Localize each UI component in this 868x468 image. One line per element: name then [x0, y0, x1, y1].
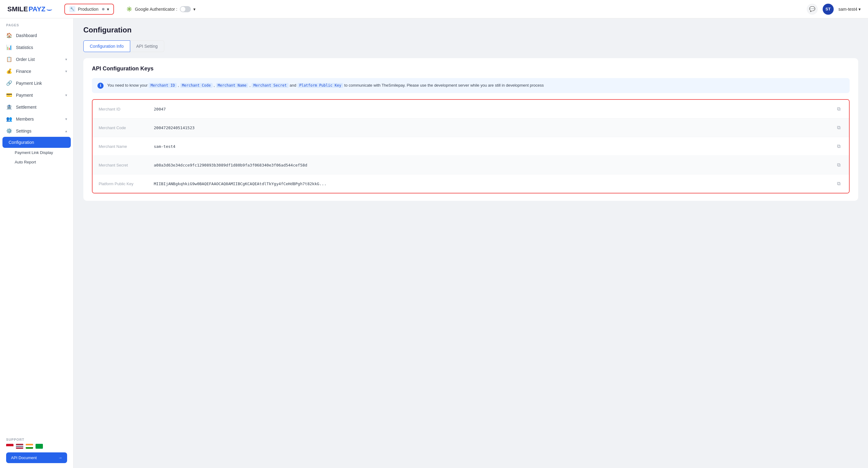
tab-api-setting[interactable]: API Setting	[130, 40, 164, 52]
sidebar-sub-label: Configuration	[8, 140, 34, 145]
avatar: ST	[823, 4, 834, 15]
google-auth-section: ✳️ Google Authenticator :	[126, 6, 195, 12]
config-row-merchant-secret: Merchant Secret a08a3d63e34dcce9fc129089…	[93, 156, 849, 174]
sidebar-item-settings[interactable]: ⚙️ Settings ▴	[0, 125, 73, 137]
chevron-up-icon: ▴	[65, 129, 67, 133]
flag-row	[6, 444, 67, 449]
sidebar-item-settlement[interactable]: 🏦 Settlement	[0, 101, 73, 113]
sidebar-item-members[interactable]: 👥 Members ▾	[0, 113, 73, 125]
chevron-down-icon: ▾	[65, 69, 67, 73]
logo-curve-icon	[46, 8, 52, 11]
sidebar-item-label: Statistics	[16, 45, 33, 50]
pages-label: PAGES	[0, 19, 73, 29]
google-auth-icon: ✳️	[126, 6, 132, 12]
info-icon: ℹ	[97, 82, 103, 89]
payment-link-icon: 🔗	[6, 80, 12, 86]
tag-platform-public-key: Platform Public Key	[298, 83, 343, 88]
header-right: 💬 ST sam-test4 ▾	[807, 4, 861, 15]
sidebar-item-label: Settings	[16, 129, 32, 133]
tag-merchant-secret: Merchant Secret	[252, 83, 288, 88]
config-label-merchant-secret: Merchant Secret	[99, 163, 154, 167]
sidebar-item-payment[interactable]: 💳 Payment ▾	[0, 89, 73, 101]
chevron-down-icon: ▾	[65, 57, 67, 62]
production-button[interactable]: 🔧 Production	[64, 4, 114, 15]
config-label-merchant-id: Merchant ID	[99, 107, 154, 111]
payment-icon: 💳	[6, 92, 12, 98]
config-value-platform-public-key: MIIBIjANBgkqhkiG9w0BAQEFAAOCAQ8AMIIBCgKC…	[154, 181, 834, 186]
sidebar-item-finance[interactable]: 💰 Finance ▾	[0, 65, 73, 77]
page-title: Configuration	[83, 26, 858, 34]
config-value-merchant-name: sam-test4	[154, 144, 834, 149]
google-auth-chevron-icon	[193, 7, 195, 12]
tag-merchant-id: Merchant ID	[149, 83, 177, 88]
sidebar-item-order-list[interactable]: 📋 Order List ▾	[0, 53, 73, 65]
api-document-button[interactable]: API Document →	[6, 453, 67, 463]
sidebar-item-label: Payment Link	[16, 81, 42, 86]
copy-merchant-name-button[interactable]: ⧉	[834, 142, 843, 151]
info-banner: ℹ You need to know your Merchant ID , Me…	[92, 78, 849, 93]
config-row-platform-public-key: Platform Public Key MIIBIjANBgkqhkiG9w0B…	[93, 174, 849, 193]
copy-platform-public-key-button[interactable]: ⧉	[834, 179, 843, 188]
flag-thailand	[16, 444, 23, 449]
support-label: Support	[6, 438, 67, 441]
finance-icon: 💰	[6, 68, 12, 74]
production-status-dot	[102, 8, 104, 10]
sidebar: PAGES 🏠 Dashboard 📊 Statistics 📋 Order L…	[0, 19, 73, 468]
settlement-icon: 🏦	[6, 104, 12, 110]
config-value-merchant-secret: a08a3d63e34dcce9fc1290893b3089df1d80b9fa…	[154, 163, 834, 167]
config-value-merchant-code: 20047202405141523	[154, 126, 834, 130]
layout: PAGES 🏠 Dashboard 📊 Statistics 📋 Order L…	[0, 19, 868, 468]
config-label-platform-public-key: Platform Public Key	[99, 181, 154, 186]
sidebar-item-label: Dashboard	[16, 33, 37, 38]
chevron-down-icon	[107, 7, 109, 12]
sidebar-sub-label: Payment Link Display	[15, 150, 53, 155]
tab-config-info[interactable]: Configuration Info	[83, 40, 130, 52]
config-value-merchant-id: 20047	[154, 107, 834, 111]
sidebar-item-label: Members	[16, 116, 34, 122]
logo-payz: PAYZ	[29, 5, 45, 13]
copy-merchant-secret-button[interactable]: ⧉	[834, 161, 843, 169]
chevron-down-icon: ▾	[65, 117, 67, 121]
tag-merchant-name: Merchant Name	[216, 83, 248, 88]
config-row-merchant-id: Merchant ID 20047 ⧉	[93, 100, 849, 119]
production-icon: 🔧	[69, 6, 75, 12]
copy-merchant-code-button[interactable]: ⧉	[834, 123, 843, 132]
config-table: Merchant ID 20047 ⧉ Merchant Code 200472…	[92, 99, 849, 194]
logo-smile: SMILE	[7, 5, 28, 13]
username[interactable]: sam-test4 ▾	[839, 7, 861, 12]
sidebar-item-payment-link-display[interactable]: Payment Link Display	[0, 148, 73, 157]
info-text: You need to know your Merchant ID , Merc…	[107, 82, 544, 89]
config-label-merchant-name: Merchant Name	[99, 144, 154, 149]
api-doc-arrow-icon: →	[58, 456, 62, 460]
config-label-merchant-code: Merchant Code	[99, 126, 154, 130]
sidebar-item-payment-link[interactable]: 🔗 Payment Link	[0, 77, 73, 89]
card-title: API Configuration Keys	[92, 66, 849, 72]
sidebar-item-auto-report[interactable]: Auto Report	[0, 157, 73, 167]
production-label: Production	[78, 7, 98, 12]
sidebar-item-statistics[interactable]: 📊 Statistics	[0, 41, 73, 53]
sidebar-sub-label: Auto Report	[15, 160, 36, 164]
api-config-card: API Configuration Keys ℹ You need to kno…	[83, 58, 858, 201]
dashboard-icon: 🏠	[6, 32, 12, 38]
tag-merchant-code: Merchant Code	[180, 83, 213, 88]
sidebar-item-label: Settlement	[16, 105, 36, 109]
logo: SMILEPAYZ	[7, 5, 52, 13]
members-icon: 👥	[6, 116, 12, 122]
copy-merchant-id-button[interactable]: ⧉	[834, 105, 843, 113]
google-auth-toggle[interactable]	[180, 6, 191, 12]
info-text-before: You need to know your	[107, 83, 149, 88]
flag-india	[26, 444, 33, 449]
main-content: Configuration Configuration Info API Set…	[73, 19, 868, 468]
sidebar-bottom: Support API Document →	[0, 433, 73, 468]
config-row-merchant-name: Merchant Name sam-test4 ⧉	[93, 137, 849, 156]
order-list-icon: 📋	[6, 56, 12, 62]
sidebar-item-label: Finance	[16, 69, 31, 74]
settings-icon: ⚙️	[6, 128, 12, 134]
username-label: sam-test4	[839, 7, 857, 12]
flag-brazil	[35, 444, 43, 449]
sidebar-item-label: Order List	[16, 57, 35, 62]
sidebar-item-dashboard[interactable]: 🏠 Dashboard	[0, 29, 73, 41]
chat-icon[interactable]: 💬	[807, 4, 818, 15]
sidebar-item-configuration[interactable]: Configuration	[2, 137, 71, 148]
google-auth-label: Google Authenticator :	[135, 7, 177, 12]
